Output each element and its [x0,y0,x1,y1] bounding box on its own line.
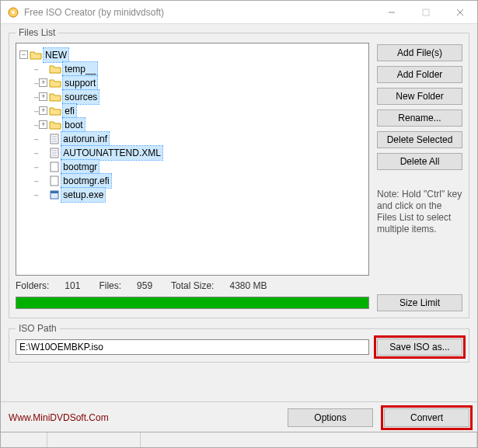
size-bar [16,297,369,309]
files-label: Files: [99,280,121,291]
folders-label: Folders: [16,280,49,291]
tree-item-label: sources [63,90,99,104]
tree-item-label: boot [63,118,84,132]
tree-item[interactable]: ····+efi [33,104,76,118]
files-list-fieldset: Files List − NEW ····temp__····+support [9,27,469,318]
tree-root-label[interactable]: NEW [44,48,68,62]
close-button[interactable] [443,1,477,24]
options-button[interactable]: Options [288,408,373,427]
folder-icon [49,118,61,132]
files-value: 959 [137,280,152,291]
totalsize-value: 4380 MB [229,280,267,291]
svg-point-1 [12,11,15,14]
maximize-button[interactable] [409,1,443,24]
folder-icon [49,104,61,118]
file-icon [49,146,60,160]
size-limit-button[interactable]: Size Limit [377,294,462,311]
collapse-icon[interactable]: − [19,50,28,59]
folders-value: 101 [65,280,80,291]
tree-item-label: bootmgr [61,160,99,174]
tree-item[interactable]: ····bootmgr.efi [33,174,111,188]
app-icon [7,6,19,19]
delete-selected-button[interactable]: Delete Selected [377,131,462,148]
tree-item[interactable]: ····+support [33,76,97,90]
new-folder-button[interactable]: New Folder [377,88,462,105]
files-tree[interactable]: − NEW ····temp__····+support····+sources… [16,43,369,276]
size-bar-fill [16,297,368,308]
convert-button[interactable]: Convert [384,408,469,427]
folder-icon [49,62,61,76]
add-files-button[interactable]: Add File(s) [377,44,462,61]
tree-item[interactable]: ····+sources [33,90,99,104]
iso-path-input[interactable] [16,339,369,355]
tree-item[interactable]: ····AUTOUNATTEND.XML [33,146,162,160]
folder-open-icon [30,48,42,62]
stats-row: Folders:101 Files:959 Total Size:4380 MB [16,280,369,291]
tree-item[interactable]: ····bootmgr [33,160,99,174]
expand-icon[interactable]: + [39,92,47,101]
tree-item-label: setup.exe [61,188,105,202]
file-icon [49,132,60,146]
tree-item-label: AUTOUNATTEND.XML [61,146,162,160]
tree-item[interactable]: ····temp__ [33,62,97,76]
iso-path-fieldset: ISO Path Save ISO as... [9,323,469,363]
minimize-button[interactable] [375,1,409,24]
tree-item-label: temp__ [63,62,97,76]
totalsize-label: Total Size: [171,280,214,291]
tree-item[interactable]: ····setup.exe [33,188,105,202]
bottom-bar: Www.MiniDVDSoft.Com Options Convert [1,401,477,432]
svg-rect-14 [51,162,58,172]
add-folder-button[interactable]: Add Folder [377,66,462,83]
file-icon [49,160,60,174]
window-title: Free ISO Creator (by minidvdsoft) [24,7,375,18]
expand-icon[interactable]: + [39,78,47,87]
delete-all-button[interactable]: Delete All [377,153,462,170]
tree-item-label: efi [63,104,76,118]
svg-rect-15 [51,176,58,186]
titlebar: Free ISO Creator (by minidvdsoft) [1,1,477,24]
tree-item-label: autorun.inf [61,132,109,146]
tree-item[interactable]: ····autorun.inf [33,132,109,146]
expand-icon[interactable]: + [39,106,47,115]
rename-button[interactable]: Rename... [377,109,462,127]
svg-rect-17 [51,191,58,193]
iso-path-legend: ISO Path [16,323,60,334]
expand-icon[interactable]: + [39,120,47,129]
svg-rect-3 [423,9,429,16]
status-bar [1,432,477,447]
app-window: Free ISO Creator (by minidvdsoft) Files … [0,0,478,448]
note-text: Note: Hold "Ctrl" key and click on the F… [377,189,462,235]
files-list-legend: Files List [16,27,58,38]
folder-icon [49,76,61,90]
folder-icon [49,90,61,104]
website-link[interactable]: Www.MiniDVDSoft.Com [9,412,109,423]
tree-item[interactable]: ····+boot [33,118,85,132]
save-iso-button[interactable]: Save ISO as... [377,339,462,356]
tree-item-label: bootmgr.efi [61,174,110,188]
file-icon [49,174,60,188]
tree-item-label: support [63,76,97,90]
file-icon [49,188,60,202]
